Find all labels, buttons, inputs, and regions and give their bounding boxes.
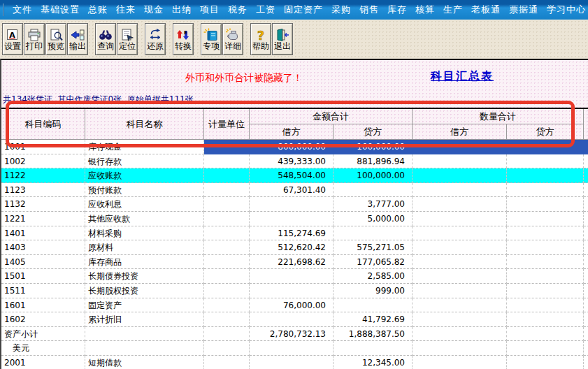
- header-qty-credit[interactable]: 贷方: [507, 124, 584, 140]
- toolbar-group: 查询定位: [95, 23, 138, 55]
- table-row[interactable]: 1601固定资产76,000.00: [1, 298, 588, 313]
- cell-filler: [584, 168, 588, 183]
- detail-button[interactable]: 详细: [222, 23, 243, 55]
- table-row[interactable]: 1002银行存款439,333.00881,896.94: [1, 154, 588, 169]
- menu-item-6[interactable]: 出纳: [168, 1, 196, 18]
- menu-item-4[interactable]: 往来: [112, 1, 140, 18]
- table-row[interactable]: 1511长期股权投资999.00: [1, 284, 588, 298]
- export-button[interactable]: 输出: [67, 23, 88, 55]
- menu-item-10[interactable]: 固定资产: [280, 1, 327, 18]
- cell-qty-credit: [507, 341, 584, 356]
- cell-name: 长期债券投资: [85, 269, 204, 284]
- cell-amount-credit: 3,777.00: [334, 197, 413, 212]
- cell-unit: [204, 269, 250, 284]
- header-qty-debit[interactable]: 借方: [413, 124, 507, 140]
- cell-unit: [204, 284, 250, 298]
- table-body: 1001库存现金800,000.00100,000.001002银行存款439,…: [1, 140, 588, 369]
- cell-code: 1132: [1, 197, 85, 212]
- cell-qty-debit: [413, 356, 507, 369]
- cell-name: 库存现金: [85, 140, 204, 154]
- menu-item-18[interactable]: 学习中心: [543, 1, 588, 18]
- locate-button[interactable]: 定位: [117, 23, 138, 55]
- cell-qty-debit: [413, 255, 507, 270]
- table-row[interactable]: 1405库存商品221,698.62177,065.82: [1, 255, 588, 270]
- cell-code: 1405: [1, 255, 85, 270]
- header-account-name[interactable]: 科目名称: [85, 109, 204, 140]
- table-row[interactable]: 1132应收利息3,777.00: [1, 197, 588, 212]
- header-amount-credit[interactable]: 贷方: [334, 124, 413, 140]
- cell-qty-debit: [413, 140, 507, 154]
- cell-qty-debit: [413, 341, 507, 356]
- help-button[interactable]: ?帮助: [250, 23, 271, 55]
- menu-grip-handle[interactable]: [3, 3, 4, 16]
- header-amount-debit[interactable]: 借方: [250, 124, 334, 140]
- menu-item-1[interactable]: 文件: [8, 1, 36, 18]
- toolbar-button-label: 预览: [48, 42, 64, 51]
- help-icon: ?: [253, 28, 268, 42]
- query-button[interactable]: 查询: [95, 23, 116, 55]
- exit-button[interactable]: 退出: [272, 23, 293, 55]
- cell-filler: [584, 312, 588, 327]
- cell-amount-debit: [250, 284, 334, 298]
- menu-item-15[interactable]: 生产: [439, 1, 467, 18]
- cell-amount-credit: [334, 183, 413, 198]
- toolbar-button-label: 专项: [203, 42, 220, 51]
- cell-qty-debit: [413, 327, 507, 342]
- table-row[interactable]: 1122应收账款548,504.00100,000.00: [1, 168, 588, 183]
- table-row[interactable]: 2001短期借款12,345.00: [1, 356, 588, 369]
- cell-unit: [204, 255, 250, 270]
- table-row[interactable]: 1221其他应收款5,000.00: [1, 212, 588, 226]
- header-account-code[interactable]: 科目编码: [1, 109, 85, 140]
- menu-item-17[interactable]: 票据通: [505, 1, 543, 18]
- header-amount-group[interactable]: 金额合计: [250, 109, 413, 124]
- cell-qty-debit: [413, 212, 507, 226]
- table-row[interactable]: 1501长期债券投资2,585.00: [1, 269, 588, 284]
- convert-icon: E: [175, 28, 191, 42]
- cell-amount-credit: 5,000.00: [334, 212, 413, 226]
- cell-amount-credit: 1,888,387.50: [334, 327, 413, 342]
- restore-button[interactable]: 还原: [145, 23, 166, 55]
- table-row[interactable]: 1001库存现金800,000.00100,000.00: [1, 140, 588, 154]
- table-row[interactable]: 1123预付账款67,301.40: [1, 183, 588, 198]
- cell-qty-credit: [507, 197, 584, 212]
- cell-code: 2001: [1, 356, 85, 369]
- menu-item-9[interactable]: 工资: [252, 1, 280, 18]
- print-button[interactable]: 打印: [24, 23, 45, 55]
- toolbar-button-label: 退出: [274, 42, 291, 51]
- menu-item-14[interactable]: 核算: [411, 1, 439, 18]
- cell-qty-debit: [413, 312, 507, 327]
- cell-qty-credit: [507, 356, 584, 369]
- cell-code: 1501: [1, 269, 85, 284]
- cell-amount-debit: 512,620.42: [250, 240, 334, 255]
- menu-item-13[interactable]: 库存: [383, 1, 411, 18]
- settings-icon: A: [5, 28, 20, 42]
- report-title[interactable]: 科目汇总表: [431, 69, 494, 84]
- cell-amount-debit: 221,698.62: [250, 255, 334, 270]
- toolbar-button-label: 转换: [175, 42, 192, 51]
- preview-button[interactable]: 预览: [45, 23, 66, 55]
- table-row[interactable]: 1401材料采购115,274.69: [1, 226, 588, 241]
- menu-item-16[interactable]: 老板通: [467, 1, 505, 18]
- settings-button[interactable]: A设置: [2, 23, 23, 55]
- cell-unit: [204, 356, 250, 369]
- header-unit[interactable]: 计量单位: [204, 109, 250, 140]
- cell-filler: [584, 269, 588, 284]
- cell-qty-credit: [507, 327, 584, 342]
- menu-item-7[interactable]: 项目: [196, 1, 224, 18]
- header-qty-group[interactable]: 数量合计: [413, 109, 584, 124]
- menu-item-8[interactable]: 税务: [224, 1, 252, 18]
- table-row[interactable]: 资产小计2,780,732.131,888,387.50: [1, 327, 588, 342]
- menu-item-12[interactable]: 销售: [355, 1, 383, 18]
- table-row[interactable]: 1403原材料512,620.42575,271.05: [1, 240, 588, 255]
- convert-button[interactable]: E转换: [173, 23, 194, 55]
- menu-item-2[interactable]: 基础设置: [36, 1, 84, 18]
- cell-qty-debit: [413, 269, 507, 284]
- cell-code: 1401: [1, 226, 85, 241]
- special-button[interactable]: 专项: [201, 23, 222, 55]
- table-row[interactable]: 1602累计折旧41,792.69: [1, 312, 588, 327]
- menu-item-5[interactable]: 现金: [140, 1, 168, 18]
- cell-unit: [204, 226, 250, 241]
- table-row[interactable]: 美元: [1, 341, 588, 356]
- menu-item-3[interactable]: 总账: [84, 1, 112, 18]
- menu-item-11[interactable]: 采购: [327, 1, 355, 18]
